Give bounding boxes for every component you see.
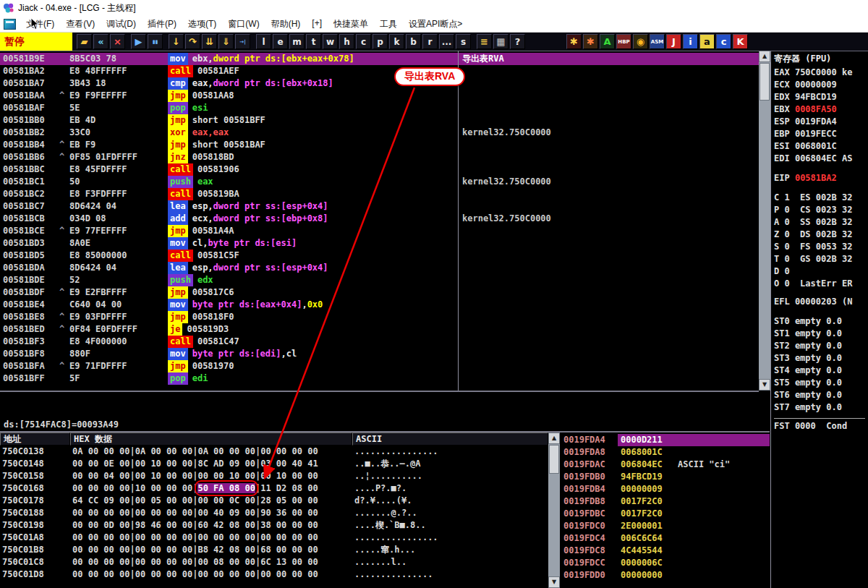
panel-references-button[interactable]: r: [422, 34, 438, 49]
dump-row[interactable]: 750C015800 00 04 00|00 10 00 00|00 00 10…: [0, 470, 548, 482]
dump-header-address[interactable]: 地址: [0, 433, 70, 446]
fpu-st-row[interactable]: ST3 empty 0.0: [774, 352, 868, 365]
panel-executables-button[interactable]: e: [273, 34, 288, 49]
registers-pane[interactable]: 寄存器 (FPU) EAX 750C0000 keECX 00000009EDX…: [770, 51, 868, 588]
asm-row[interactable]: 00581BAA^E9 F9FEFFFFjmp00581AA8: [0, 90, 759, 102]
panel-memory-button[interactable]: m: [289, 34, 305, 49]
dump-row[interactable]: 750C016800 00 00 00|10 00 00 00|50 FA 08…: [0, 482, 548, 495]
stack-row[interactable]: 0019FDB094FBCD19: [560, 471, 770, 483]
menu-item-1[interactable]: 查看(V): [60, 16, 101, 33]
flag-row[interactable]: P 0 CS 0023 32: [774, 204, 868, 216]
register-row[interactable]: EDX 94FBCD19: [774, 91, 868, 103]
panel-log-button[interactable]: l: [256, 34, 271, 49]
menu-item-3[interactable]: 插件(P): [142, 16, 182, 33]
pause-button[interactable]: ▮▮: [148, 34, 163, 49]
fpu-st-row[interactable]: ST4 empty 0.0: [774, 365, 868, 377]
panel-handles-button[interactable]: h: [339, 34, 354, 49]
register-row[interactable]: EBP 0019FECC: [774, 128, 868, 140]
stack-row[interactable]: 0019FDCC0000006C: [560, 557, 770, 569]
panel-cpu-button[interactable]: c: [356, 34, 371, 49]
asm-row[interactable]: 00581B9E8B5C03 78movebx,dword ptr ds:[eb…: [0, 53, 759, 65]
panel-windows-button[interactable]: w: [323, 34, 338, 49]
restart-button[interactable]: «: [93, 34, 109, 49]
stack-row[interactable]: 0019FDD000000000: [560, 569, 770, 581]
asm-row[interactable]: 00581BC150pusheaxkernel32.750C0000: [0, 176, 759, 188]
panel-callstack-button[interactable]: k: [389, 34, 404, 49]
scroll-up-arrow[interactable]: ▲: [759, 51, 770, 62]
asm-row[interactable]: 00581BB0EB 4Djmpshort 00581BFF: [0, 114, 759, 127]
stack-row[interactable]: 0019FDB400000009: [560, 483, 770, 495]
asm-row[interactable]: 00581BBCE8 45FDFFFFcall00581906: [0, 163, 759, 176]
execute-till-return-button[interactable]: →|: [235, 34, 250, 49]
dump-row[interactable]: 750C01C800 00 00 00|00 00 00 00|00 08 00…: [0, 556, 548, 568]
asm-row[interactable]: 00581BCE^E9 77FEFFFFjmp00581A4A: [0, 225, 759, 237]
fpu-status-row[interactable]: FST 0000 Cond: [774, 418, 865, 433]
dump-row[interactable]: 750C01380A 00 00 00|0A 00 00 00|0A 00 00…: [0, 446, 548, 458]
help-button[interactable]: ?: [510, 34, 525, 49]
dump-header-hex[interactable]: HEX 数据: [70, 433, 352, 446]
stack-row[interactable]: 0019FDA80068001C: [560, 446, 770, 459]
fpu-st-row[interactable]: ST7 empty 0.0: [774, 401, 868, 414]
menu-item-9[interactable]: 工具: [374, 16, 403, 33]
flag-row[interactable]: S 0 FS 0053 32: [774, 241, 868, 253]
stack-row[interactable]: 0019FDA40000D211: [560, 434, 770, 446]
flag-row[interactable]: O 0 LastErr ER: [774, 278, 868, 290]
plugin-hbp-button[interactable]: HBP: [616, 34, 631, 49]
step-into-button[interactable]: ↓: [169, 34, 184, 49]
register-row[interactable]: EBX 0008FA50: [774, 103, 868, 116]
register-row[interactable]: ESP 0019FDA4: [774, 116, 868, 128]
child-window-icon[interactable]: [4, 19, 16, 30]
register-row[interactable]: EDI 006804EC AS: [774, 153, 868, 165]
dump-row[interactable]: 750C01A800 00 00 00|00 00 00 00|00 00 00…: [0, 532, 548, 544]
asm-row[interactable]: 00581BA2E8 48FFFFFFcall00581AEF: [0, 65, 759, 77]
options-button[interactable]: ▦: [493, 34, 509, 49]
scrollbar-thumb[interactable]: [549, 445, 559, 474]
dump-row[interactable]: 750C01D800 00 00 00|00 00 00 00|00 00 00…: [0, 568, 548, 581]
panel-source-button[interactable]: s: [456, 34, 471, 49]
open-file-button[interactable]: ▰: [77, 34, 92, 49]
asm-row[interactable]: 00581BD38A0Emovcl,byte ptr ds:[esi]: [0, 237, 759, 250]
eflags-row[interactable]: EFL 00000203 (N: [774, 296, 868, 308]
plugin-j-button[interactable]: J: [666, 34, 681, 49]
menu-item-5[interactable]: 窗口(W): [222, 16, 265, 33]
plugin-analyze-button[interactable]: A: [600, 34, 615, 49]
asm-row[interactable]: 00581BDF^E9 E2FBFFFFjmp005817C6: [0, 286, 759, 299]
asm-row[interactable]: 00581BC2E8 F3FDFFFFcall005819BA: [0, 188, 759, 200]
windows-list-button[interactable]: ≡: [477, 34, 492, 49]
panel-patches-button[interactable]: p: [373, 34, 388, 49]
menu-item-2[interactable]: 调试(D): [101, 16, 142, 33]
asm-row[interactable]: 00581BED^0F84 E0FDFFFFje005819D3: [0, 323, 759, 336]
asm-row[interactable]: 00581BF3E8 4F000000call00581C47: [0, 336, 759, 348]
scroll-up-arrow[interactable]: ▲: [548, 433, 560, 444]
stack-row[interactable]: 0019FDB80017F2C0: [560, 495, 770, 508]
plugin-a-button[interactable]: a: [699, 34, 715, 49]
stack-row[interactable]: 0019FDC4006C6C64: [560, 532, 770, 545]
menu-item-8[interactable]: 快捷菜单: [328, 16, 374, 33]
flag-row[interactable]: Z 0 DS 002B 32: [774, 229, 868, 241]
run-button[interactable]: ▶: [131, 34, 146, 49]
scroll-down-arrow[interactable]: ▼: [548, 576, 560, 588]
animate-over-button[interactable]: ⇓: [218, 34, 234, 49]
dump-row[interactable]: 750C01B800 00 00 00|00 00 00 00|B8 42 08…: [0, 544, 548, 556]
asm-row[interactable]: 00581BB233C0xoreax,eaxkernel32.750C0000: [0, 127, 759, 139]
asm-row[interactable]: 00581BCB034D 08addecx,dword ptr ss:[ebp+…: [0, 213, 759, 225]
stack-pane[interactable]: 0019FDA40000D2110019FDA80068001C0019FDAC…: [560, 433, 770, 588]
asm-row[interactable]: 00581BE8^E9 03FDFFFFjmp005818F0: [0, 311, 759, 323]
flag-row[interactable]: D 0: [774, 265, 868, 278]
asm-row[interactable]: 00581BDE52pushedx: [0, 274, 759, 286]
panel-run-trace-button[interactable]: ...: [439, 34, 454, 49]
dump-row[interactable]: 750C014800 00 0E 00|00 10 00 00|8C AD 09…: [0, 458, 548, 470]
dump-header-ascii[interactable]: ASCII: [352, 433, 548, 446]
menu-item-4[interactable]: 选项(T): [182, 16, 222, 33]
asm-row[interactable]: 00581BD5E8 85000000call00581C5F: [0, 250, 759, 262]
plugin-asm-button[interactable]: ASM: [650, 34, 665, 49]
plugin-target-button[interactable]: ◉: [633, 34, 648, 49]
dump-row[interactable]: 750C017864 CC 09 00|00 05 00 00|00 00 0C…: [0, 495, 548, 507]
step-over-button[interactable]: ↷: [185, 34, 200, 49]
asm-row[interactable]: 00581BA73B43 18cmpeax,dword ptr ds:[ebx+…: [0, 77, 759, 90]
memory-dump-pane[interactable]: 地址 HEX 数据 ASCII 750C01380A 00 00 00|0A 0…: [0, 433, 548, 588]
menu-item-6[interactable]: 帮助(H): [265, 16, 307, 33]
disassembly-pane[interactable]: 00581B9E8B5C03 78movebx,dword ptr ds:[eb…: [0, 51, 759, 391]
register-row[interactable]: EAX 750C0000 ke: [774, 67, 868, 79]
fpu-st-row[interactable]: ST5 empty 0.0: [774, 377, 868, 389]
